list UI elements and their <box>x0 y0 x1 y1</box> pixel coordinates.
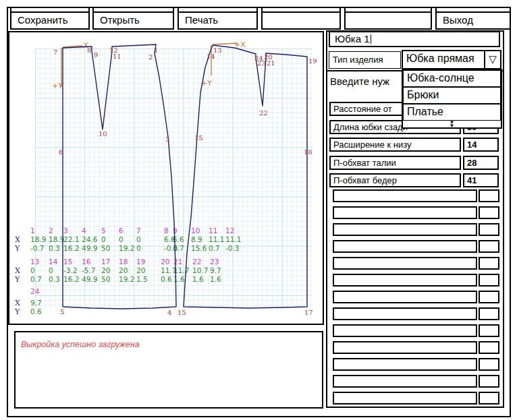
svg-text:20: 20 <box>136 266 145 274</box>
scroll-down-icon: ▼ <box>403 124 501 127</box>
svg-text:1: 1 <box>30 227 35 235</box>
pattern-name-input[interactable]: Юбка 1 <box>329 31 500 47</box>
empty-field-value-input[interactable] <box>479 341 499 354</box>
field-value-input[interactable]: 28 <box>463 156 499 170</box>
save-button[interactable]: Сохранить <box>10 11 90 30</box>
toolbar-tick <box>173 7 174 12</box>
svg-text:10: 10 <box>99 130 107 138</box>
exit-button[interactable]: Выход <box>435 11 511 30</box>
svg-text:8: 8 <box>164 227 169 235</box>
svg-text:13: 13 <box>30 258 39 266</box>
svg-text:18.9: 18.9 <box>30 235 46 243</box>
dropdown-scroll-down-control[interactable]: ▼▼ <box>403 121 501 129</box>
svg-text:22.1: 22.1 <box>63 235 79 243</box>
svg-text:22: 22 <box>259 109 268 117</box>
toolbar-tick <box>88 7 90 12</box>
product-type-combobox[interactable]: Юбка прямая ▽ <box>402 50 501 69</box>
empty-field-value-input[interactable] <box>479 375 499 388</box>
svg-text:49.9: 49.9 <box>82 244 97 252</box>
svg-text:7: 7 <box>53 49 57 56</box>
toolbar-spacer-2[interactable] <box>344 11 432 30</box>
svg-text:15: 15 <box>178 309 186 316</box>
status-box: Выкройка успешно загружена <box>14 331 323 409</box>
empty-field-value-input[interactable] <box>479 274 499 287</box>
empty-field-value-input[interactable] <box>479 291 499 303</box>
svg-text:0.7: 0.7 <box>209 244 220 252</box>
svg-text:X: X <box>15 299 20 307</box>
empty-field-value-input[interactable] <box>479 358 499 371</box>
field-value-input[interactable]: 14 <box>463 138 499 152</box>
empty-field-value-input[interactable] <box>479 240 499 253</box>
svg-text:0.3: 0.3 <box>49 275 60 283</box>
toolbar-tick <box>431 7 432 12</box>
svg-text:-5.7: -5.7 <box>82 266 96 274</box>
toolbar-spacer-1[interactable] <box>261 11 341 30</box>
svg-text:0: 0 <box>136 235 141 243</box>
svg-text:16.2: 16.2 <box>63 244 79 252</box>
open-button[interactable]: Открыть <box>92 11 174 30</box>
combobox-dropdown-button[interactable]: ▽ <box>484 51 500 68</box>
empty-field-value-input[interactable] <box>479 307 499 320</box>
dropdown-option[interactable]: Брюки <box>403 87 501 104</box>
svg-text:1.5: 1.5 <box>136 275 148 283</box>
empty-field-value-input[interactable] <box>479 206 499 219</box>
pattern-name-value: Юбка 1 <box>335 33 370 44</box>
pattern-canvas[interactable]: 123456789101112X18.918.922.124.60006.66.… <box>8 31 324 325</box>
svg-text:49.9: 49.9 <box>82 275 97 283</box>
svg-text:10.7: 10.7 <box>192 266 208 274</box>
dropdown-option[interactable]: Платье <box>403 104 501 121</box>
svg-text:19: 19 <box>136 258 145 266</box>
pattern-making-app-window: { "toolbar": { "buttons": [ {"label": "С… <box>0 0 517 420</box>
field-label: Расширение к низу <box>329 138 461 152</box>
field-value-input[interactable]: 41 <box>463 173 499 187</box>
svg-text:11: 11 <box>113 53 121 60</box>
toolbar-tick <box>10 7 11 12</box>
dropdown-option[interactable]: Юбка-солнце <box>403 70 501 87</box>
toolbar-tick <box>339 7 341 12</box>
svg-text:3: 3 <box>165 136 169 143</box>
svg-text:7: 7 <box>136 227 141 235</box>
svg-text:21: 21 <box>267 59 275 67</box>
empty-field-value-input[interactable] <box>479 189 499 202</box>
svg-text:17: 17 <box>304 309 313 316</box>
svg-text:6: 6 <box>119 227 124 235</box>
product-type-label: Тип изделия <box>329 51 401 69</box>
empty-field-value-input[interactable] <box>479 324 499 337</box>
empty-field-label <box>333 240 477 253</box>
empty-field-label <box>333 307 477 320</box>
svg-text:4: 4 <box>167 309 171 316</box>
empty-field-label <box>333 291 477 303</box>
svg-text:2: 2 <box>49 227 53 235</box>
svg-text:15.6: 15.6 <box>191 244 207 252</box>
text-caret <box>371 34 371 44</box>
svg-text:1: 1 <box>154 47 158 54</box>
empty-field-value-input[interactable] <box>479 257 499 270</box>
field-label: П-обхват бедер <box>329 173 461 187</box>
svg-text:20: 20 <box>101 266 110 274</box>
print-button[interactable]: Печать <box>178 11 258 30</box>
svg-text:9.7: 9.7 <box>30 299 42 307</box>
empty-field-value-input[interactable] <box>479 223 499 236</box>
svg-text:24.6: 24.6 <box>82 235 98 243</box>
svg-text:Y: Y <box>14 307 20 316</box>
svg-text:9.7: 9.7 <box>210 266 221 274</box>
svg-text:Y: Y <box>14 244 20 253</box>
svg-text:0.6: 0.6 <box>161 275 172 283</box>
empty-field-label <box>333 206 477 219</box>
svg-text:11.1: 11.1 <box>209 235 224 243</box>
empty-field-label <box>333 375 477 388</box>
empty-field-value-input[interactable] <box>479 392 499 404</box>
svg-text:18: 18 <box>304 148 312 156</box>
toolbar-tick <box>261 7 263 12</box>
svg-text:-3.2: -3.2 <box>63 266 78 274</box>
svg-text:16: 16 <box>82 258 91 266</box>
svg-text:50: 50 <box>101 275 110 283</box>
svg-text:8: 8 <box>87 47 91 54</box>
svg-text:18.9: 18.9 <box>49 235 64 243</box>
empty-field-label <box>333 341 477 354</box>
svg-text:17: 17 <box>101 258 110 266</box>
empty-field-label <box>333 189 477 202</box>
svg-text:0: 0 <box>119 235 124 243</box>
section-title: Введите нуж <box>330 76 401 87</box>
chevron-down-icon: ▽ <box>489 53 497 65</box>
